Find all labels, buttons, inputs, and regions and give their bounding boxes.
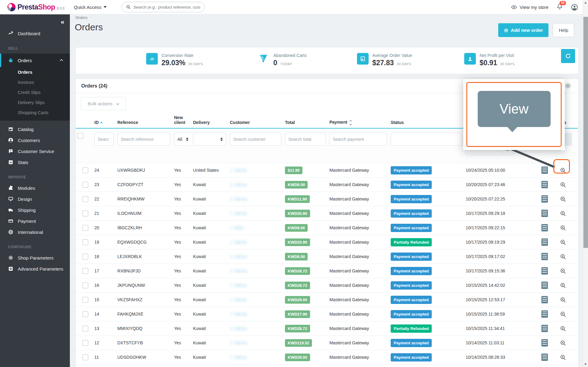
bulk-actions-button[interactable]: Bulk actions bbox=[81, 97, 126, 110]
view-magnifier-icon[interactable] bbox=[560, 296, 567, 303]
profile-avatar-icon[interactable] bbox=[571, 4, 578, 11]
view-magnifier-icon[interactable] bbox=[560, 196, 567, 203]
col-header-customer[interactable]: Customer bbox=[228, 113, 283, 128]
invoice-document-icon[interactable] bbox=[541, 195, 548, 203]
filter-total-input[interactable] bbox=[285, 133, 326, 146]
row-checkbox[interactable] bbox=[82, 182, 88, 188]
filter-customer-input[interactable] bbox=[230, 133, 281, 146]
scrollbar-thumb[interactable] bbox=[583, 17, 588, 248]
sidebar-collapse-button[interactable]: « bbox=[61, 18, 64, 25]
view-my-store-link[interactable]: View my store bbox=[511, 4, 548, 10]
table-settings-gear-icon[interactable] bbox=[564, 82, 571, 89]
filter-reference-input[interactable] bbox=[117, 133, 170, 146]
invoice-document-icon[interactable] bbox=[541, 310, 548, 318]
sidebar-subitem-credit-slips[interactable]: Credit Slips bbox=[0, 87, 70, 97]
sidebar-item-shipping[interactable]: Shipping bbox=[0, 204, 70, 215]
sidebar-subitem-shopping-carts[interactable]: Shopping Carts bbox=[0, 107, 70, 118]
sidebar-item-catalog[interactable]: Catalog bbox=[0, 124, 70, 135]
col-header-new-client[interactable]: New client bbox=[172, 113, 191, 128]
filter-delivery-select[interactable] bbox=[193, 133, 226, 146]
view-magnifier-icon[interactable] bbox=[560, 239, 567, 246]
prestashop-logo[interactable]: PrestaShop 8.2.0 bbox=[0, 3, 69, 11]
sidebar-item-shop-parameters[interactable]: Shop Parameters bbox=[0, 252, 70, 263]
invoice-document-icon[interactable] bbox=[541, 282, 548, 289]
help-button[interactable]: Help bbox=[553, 23, 574, 37]
scroll-down-arrow-icon[interactable] bbox=[584, 363, 587, 365]
invoice-document-icon[interactable] bbox=[541, 224, 548, 231]
sidebar-item-payment[interactable]: Payment bbox=[0, 215, 70, 227]
invoice-document-icon[interactable] bbox=[541, 210, 548, 217]
page-scrollbar[interactable] bbox=[583, 0, 588, 367]
view-magnifier-icon[interactable] bbox=[560, 210, 567, 217]
row-checkbox[interactable] bbox=[82, 268, 88, 274]
view-magnifier-icon[interactable] bbox=[560, 325, 567, 332]
sidebar-item-advanced-parameters[interactable]: Advanced Parameters bbox=[0, 263, 70, 274]
table-row[interactable]: 12 DXTSTCFYB Yes Kuwait J. Varma KWD119.… bbox=[76, 336, 578, 350]
table-row[interactable]: 18 LEJXRDBLK Yes Kuwait J. Varma KWD9.00… bbox=[76, 249, 578, 264]
global-search-input[interactable] bbox=[133, 5, 200, 9]
refresh-kpi-button[interactable] bbox=[561, 49, 575, 63]
table-row[interactable]: 22 RREIQHKMW Yes Kuwait J. Varma KWD11.9… bbox=[76, 192, 578, 206]
col-header-id[interactable]: ID bbox=[93, 113, 116, 128]
invoice-document-icon[interactable] bbox=[541, 181, 548, 188]
table-row[interactable]: 19 EQXWGDQCG Yes Kuwait J. Varma KWD20.9… bbox=[76, 235, 578, 249]
row-checkbox[interactable] bbox=[82, 196, 88, 202]
filter-payment-input[interactable] bbox=[329, 133, 387, 146]
view-magnifier-icon[interactable] bbox=[560, 181, 567, 188]
quick-access-menu[interactable]: Quick Access bbox=[74, 5, 107, 10]
table-row[interactable]: 23 CZFOGPYZT Yes Kuwait J. Varma KWD9.00… bbox=[76, 178, 578, 192]
invoice-document-icon[interactable] bbox=[541, 325, 548, 332]
sidebar-item-modules[interactable]: Modules bbox=[0, 182, 70, 193]
row-checkbox[interactable] bbox=[82, 326, 88, 331]
filter-id-input[interactable] bbox=[94, 133, 114, 146]
invoice-document-icon[interactable] bbox=[541, 267, 548, 275]
table-row[interactable]: 10 PSDQLKUZO Yes Kuwait J. Varma KWD18.9… bbox=[76, 365, 578, 367]
table-row[interactable]: 21 ILOCHNUIM Yes Kuwait J. Varma KWD20.9… bbox=[76, 206, 578, 221]
table-row[interactable]: 15 VKZSFAHXZ Yes Kuwait J. Varma KWD29.0… bbox=[76, 293, 578, 307]
filter-status-select[interactable] bbox=[391, 133, 462, 146]
row-checkbox[interactable] bbox=[82, 211, 88, 216]
sidebar-item-stats[interactable]: Stats bbox=[0, 157, 70, 168]
sidebar-item-orders[interactable]: Orders bbox=[0, 54, 70, 67]
view-magnifier-icon[interactable] bbox=[560, 224, 567, 231]
col-header-payment[interactable]: Payment bbox=[328, 113, 389, 128]
invoice-document-icon[interactable] bbox=[541, 238, 548, 246]
row-checkbox[interactable] bbox=[82, 311, 88, 317]
sidebar-subitem-delivery-slips[interactable]: Delivery Slips bbox=[0, 97, 70, 107]
col-header-total[interactable]: Total bbox=[283, 113, 328, 128]
invoice-document-icon[interactable] bbox=[541, 253, 548, 260]
table-row[interactable]: 11 UDSDGOHKW Yes Kuwait J. Varma KWD29.0… bbox=[76, 350, 578, 365]
invoice-document-icon[interactable] bbox=[541, 296, 548, 303]
global-search[interactable] bbox=[121, 2, 205, 12]
table-row[interactable]: 20 IBGCZKLRH Yes Kuwait J. Wick KWD9.00 … bbox=[76, 221, 578, 235]
sidebar-subitem-orders[interactable]: Orders bbox=[0, 67, 70, 77]
row-checkbox[interactable] bbox=[82, 297, 88, 303]
table-row[interactable]: 13 MMIXIYQDQ Yes Kuwait J. Varma KWD28.7… bbox=[76, 321, 578, 336]
view-magnifier-icon[interactable] bbox=[560, 253, 567, 260]
view-magnifier-icon[interactable] bbox=[560, 282, 567, 289]
col-header-status[interactable]: Status bbox=[389, 113, 464, 128]
table-row[interactable]: 14 FAHKQMJXE Yes Kuwait J. Varma KWD27.9… bbox=[76, 307, 578, 321]
invoice-document-icon[interactable] bbox=[541, 339, 548, 346]
table-row[interactable]: 16 JKPUNQUNW Yes Kuwait J. Varma KWD28.7… bbox=[76, 278, 578, 293]
row-checkbox[interactable] bbox=[82, 239, 88, 245]
notifications-button[interactable]: 50 bbox=[556, 3, 563, 11]
row-checkbox[interactable] bbox=[82, 254, 88, 260]
view-magnifier-icon[interactable] bbox=[560, 339, 567, 346]
table-row[interactable]: 17 RXBNIJPJD Yes Kuwait J. Varma KWD28.7… bbox=[76, 264, 578, 278]
sidebar-item-international[interactable]: International bbox=[0, 227, 70, 238]
sidebar-item-design[interactable]: Design bbox=[0, 193, 70, 204]
sidebar-item-customers[interactable]: Customers bbox=[0, 135, 70, 146]
select-all-checkbox[interactable] bbox=[78, 133, 83, 139]
view-magnifier-icon[interactable] bbox=[560, 311, 567, 318]
scroll-up-arrow-icon[interactable] bbox=[584, 2, 587, 4]
sidebar-item-dashboard[interactable]: Dashboard bbox=[0, 28, 70, 39]
col-header-delivery[interactable]: Delivery bbox=[191, 113, 228, 128]
row-checkbox[interactable] bbox=[82, 225, 88, 231]
invoice-document-icon[interactable] bbox=[541, 354, 548, 361]
row-checkbox[interactable] bbox=[82, 167, 88, 173]
sidebar-subitem-invoices[interactable]: Invoices bbox=[0, 77, 70, 87]
filter-new-client-select[interactable]: All bbox=[174, 133, 192, 146]
col-header-reference[interactable]: Reference bbox=[116, 113, 172, 128]
view-magnifier-icon[interactable] bbox=[560, 268, 567, 275]
